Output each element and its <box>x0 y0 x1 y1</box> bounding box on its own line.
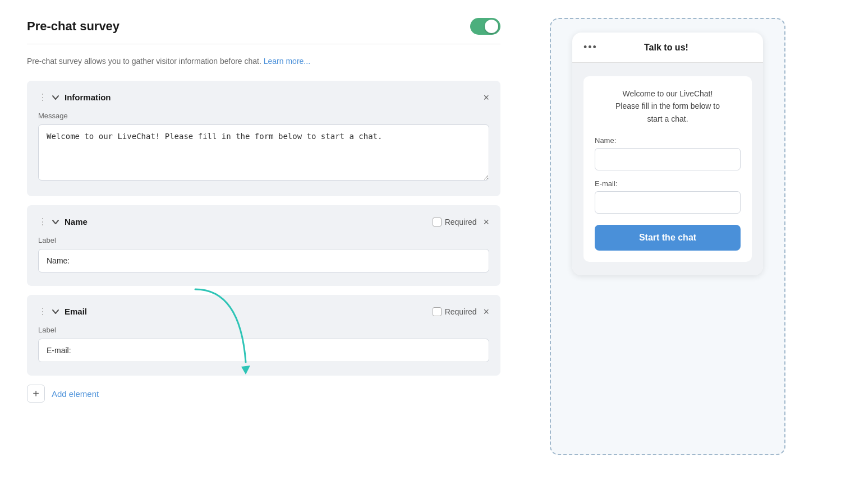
message-textarea[interactable]: Welcome to our LiveChat! Please fill in … <box>38 124 489 181</box>
page-header: Pre-chat survey <box>27 18 500 35</box>
add-element-container: + Add element <box>27 385 500 403</box>
section-header-information: ⋮ Information × <box>38 92 489 103</box>
name-field-label: Label <box>38 236 489 244</box>
section-header-right-information: × <box>483 93 489 103</box>
preview-name-input[interactable] <box>595 148 741 170</box>
section-name: ⋮ Name Required × Label <box>27 205 500 286</box>
preview-email-input[interactable] <box>595 191 741 214</box>
section-header-right-email: Required × <box>433 307 489 317</box>
chevron-down-icon-name <box>51 218 60 226</box>
phone-header: ••• Talk to us! <box>572 33 763 63</box>
required-checkbox-email[interactable] <box>433 307 442 316</box>
close-information-button[interactable]: × <box>483 93 489 103</box>
add-element-row: + Add element <box>27 385 500 403</box>
close-name-button[interactable]: × <box>483 217 489 227</box>
phone-body: Welcome to our LiveChat!Please fill in t… <box>572 63 763 275</box>
toggle-track <box>470 18 500 35</box>
collapse-information-button[interactable] <box>51 93 60 102</box>
drag-handle-information[interactable]: ⋮ <box>38 92 47 103</box>
welcome-text: Welcome to our LiveChat!Please fill in t… <box>595 87 741 125</box>
preview-name-label: Name: <box>595 136 741 145</box>
section-information: ⋮ Information × Message Welcome to our L… <box>27 81 500 196</box>
right-panel: ••• Talk to us! Welcome to our LiveChat!… <box>527 0 808 504</box>
phone-dots: ••• <box>583 41 598 53</box>
learn-more-link[interactable]: Learn more... <box>264 57 310 66</box>
drag-handle-name[interactable]: ⋮ <box>38 216 47 227</box>
welcome-box: Welcome to our LiveChat!Please fill in t… <box>583 76 752 262</box>
section-email: ⋮ Email Required × Label <box>27 295 500 376</box>
section-header-left-name: ⋮ Name <box>38 216 88 227</box>
section-header-left-email: ⋮ Email <box>38 306 87 317</box>
section-title-email: Email <box>65 307 87 316</box>
required-text-name: Required <box>445 218 477 226</box>
close-email-button[interactable]: × <box>483 307 489 317</box>
phone-mockup: ••• Talk to us! Welcome to our LiveChat!… <box>572 33 763 275</box>
section-title-name: Name <box>65 217 88 226</box>
chevron-down-icon <box>51 93 60 102</box>
collapse-email-button[interactable] <box>51 307 60 316</box>
left-panel: Pre-chat survey Pre-chat survey allows y… <box>0 0 527 504</box>
required-label-name[interactable]: Required <box>433 218 477 226</box>
email-label-input[interactable] <box>38 339 489 362</box>
message-field-label: Message <box>38 112 489 120</box>
section-header-name: ⋮ Name Required × <box>38 216 489 227</box>
preview-dashed-border: ••• Talk to us! Welcome to our LiveChat!… <box>550 18 785 455</box>
collapse-name-button[interactable] <box>51 218 60 226</box>
description-text: Pre-chat survey allows you to gather vis… <box>27 56 500 67</box>
section-header-email: ⋮ Email Required × <box>38 306 489 317</box>
add-element-label[interactable]: Add element <box>52 389 99 399</box>
required-label-email[interactable]: Required <box>433 307 477 316</box>
pre-chat-toggle[interactable] <box>470 18 500 35</box>
section-header-left: ⋮ Information <box>38 92 111 103</box>
preview-email-label: E-mail: <box>595 179 741 188</box>
required-text-email: Required <box>445 307 477 316</box>
add-element-button[interactable]: + <box>27 385 45 403</box>
header-divider <box>27 44 500 44</box>
drag-handle-email[interactable]: ⋮ <box>38 306 47 317</box>
name-label-input[interactable] <box>38 249 489 272</box>
required-checkbox-name[interactable] <box>433 218 442 226</box>
section-title-information: Information <box>65 93 111 102</box>
start-chat-button[interactable]: Start the chat <box>595 225 741 251</box>
page-title: Pre-chat survey <box>27 19 120 34</box>
toggle-thumb <box>485 20 498 33</box>
phone-chat-title: Talk to us! <box>644 43 688 53</box>
chevron-down-icon-email <box>51 307 60 316</box>
section-header-right-name: Required × <box>433 217 489 227</box>
email-field-label: Label <box>38 326 489 334</box>
